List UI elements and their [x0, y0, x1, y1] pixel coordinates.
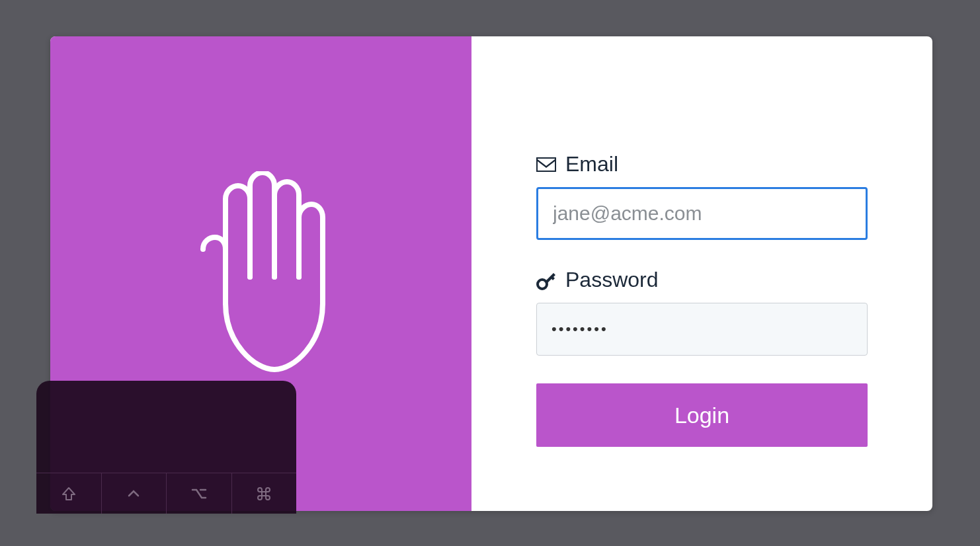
email-group: Email [536, 152, 868, 240]
email-label: Email [536, 152, 868, 176]
password-group: Password [536, 268, 868, 356]
keyboard-trackpad-area[interactable] [36, 381, 296, 473]
envelope-icon [536, 155, 556, 175]
shift-key[interactable] [36, 473, 102, 514]
password-field[interactable] [536, 303, 868, 356]
password-label: Password [536, 268, 868, 292]
password-label-text: Password [565, 268, 659, 292]
keyboard-modifier-row [36, 473, 296, 514]
option-key[interactable] [167, 473, 232, 514]
login-form: Email Password Login [471, 36, 932, 511]
email-field[interactable] [536, 187, 868, 240]
command-key[interactable] [232, 473, 297, 514]
virtual-keyboard [36, 381, 296, 514]
key-icon [536, 270, 556, 290]
control-key[interactable] [102, 473, 167, 514]
login-button[interactable]: Login [536, 383, 868, 447]
hand-icon [182, 171, 341, 376]
email-label-text: Email [565, 152, 618, 176]
